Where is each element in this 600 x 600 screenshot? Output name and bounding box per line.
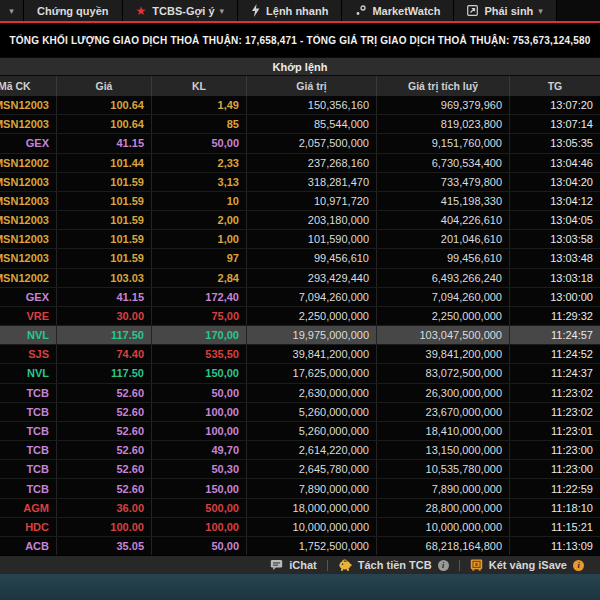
info-icon-orange[interactable]: i	[573, 560, 584, 571]
table-row[interactable]: TCB 52.60 50,30 2,645,780,000 10,535,780…	[0, 459, 600, 478]
cell-value: 2,630,000,000	[247, 384, 377, 402]
cell-value: 17,625,000,000	[247, 364, 377, 382]
cell-price: 101.59	[57, 173, 152, 191]
cell-time: 13:03:58	[510, 230, 600, 248]
tab-label: Chứng quyền	[37, 5, 109, 17]
cell-cumulative-value: 201,046,610	[377, 230, 510, 248]
table-row[interactable]: MSN12003 101.59 1,00 101,590,000 201,046…	[0, 229, 600, 248]
cell-price: 52.60	[57, 403, 152, 421]
chevron-down-icon: ▾	[9, 6, 14, 16]
tab-marketwatch[interactable]: MarketWatch	[342, 0, 454, 21]
ichat-button[interactable]: iChat	[260, 559, 327, 571]
cell-time: 11:24:57	[510, 326, 600, 344]
table-row[interactable]: TCB 52.60 100,00 5,260,000,000 23,670,00…	[0, 402, 600, 421]
cell-value: 318,281,470	[247, 173, 377, 191]
table-row[interactable]: GEX 41.15 172,40 7,094,260,000 7,094,260…	[0, 287, 600, 306]
table-row[interactable]: TCB 52.60 100,00 5,260,000,000 18,410,00…	[0, 421, 600, 440]
cell-price: 30.00	[57, 307, 152, 325]
cell-price: 41.15	[57, 134, 152, 152]
cell-symbol: TCB	[0, 403, 57, 421]
trading-app-window: ▾ Chứng quyền ★ TCBS-Gợi ý ▾ Lệnh nhanh …	[0, 0, 600, 600]
cell-time: 11:15:21	[510, 518, 600, 536]
table-row[interactable]: ACB 35.05 50,00 1,752,500,000 68,218,164…	[0, 536, 600, 555]
cell-symbol: SJS	[0, 345, 57, 363]
cell-volume: 50,00	[152, 134, 247, 152]
table-row[interactable]: GEX 41.15 50,00 2,057,500,000 9,151,760,…	[0, 133, 600, 152]
safe-icon	[470, 559, 483, 571]
cell-cumulative-value: 415,198,330	[377, 192, 510, 210]
tab-tcbs-goi-y[interactable]: ★ TCBS-Gợi ý ▾	[123, 0, 239, 21]
cell-volume: 75,00	[152, 307, 247, 325]
cell-time: 11:24:52	[510, 345, 600, 363]
table-row[interactable]: SJS 74.40 535,50 39,841,200,000 39,841,2…	[0, 344, 600, 363]
cell-value: 18,000,000,000	[247, 499, 377, 517]
table-row[interactable]: MSN12003 101.59 10 10,971,720 415,198,33…	[0, 191, 600, 210]
info-icon[interactable]: i	[438, 560, 449, 571]
cell-cumulative-value: 819,023,800	[377, 115, 510, 133]
cell-value: 2,645,780,000	[247, 460, 377, 478]
piggy-bank-icon	[338, 559, 352, 571]
cell-cumulative-value: 26,300,000,000	[377, 384, 510, 402]
table-row[interactable]: MSN12003 100.64 85 85,544,000 819,023,80…	[0, 114, 600, 133]
cell-volume: 2,00	[152, 211, 247, 229]
table-row[interactable]: MSN12003 101.59 3,13 318,281,470 733,479…	[0, 172, 600, 191]
cell-symbol: MSN12003	[0, 211, 57, 229]
cell-cumulative-value: 99,456,610	[377, 249, 510, 267]
cell-value: 39,841,200,000	[247, 345, 377, 363]
table-row[interactable]: MSN12002 101.44 2,33 237,268,160 6,730,5…	[0, 153, 600, 172]
cell-time: 11:23:02	[510, 403, 600, 421]
table-row[interactable]: MSN12002 103.03 2,84 293,429,440 6,493,2…	[0, 268, 600, 287]
cell-cumulative-value: 39,841,200,000	[377, 345, 510, 363]
cell-value: 5,260,000,000	[247, 422, 377, 440]
tab-lenh-nhanh[interactable]: Lệnh nhanh	[238, 0, 342, 21]
cell-price: 101.59	[57, 211, 152, 229]
bottom-strip	[0, 574, 600, 600]
cell-time: 13:03:48	[510, 249, 600, 267]
table-row[interactable]: TCB 52.60 150,00 7,890,000,000 7,890,000…	[0, 478, 600, 497]
tach-tien-tcb-button[interactable]: Tách tiền TCB i	[328, 559, 459, 571]
cell-symbol: MSN12003	[0, 115, 57, 133]
cell-value: 7,890,000,000	[247, 479, 377, 497]
cell-cumulative-value: 28,800,000,000	[377, 499, 510, 517]
cell-time: 11:22:59	[510, 479, 600, 497]
cell-value: 10,971,720	[247, 192, 377, 210]
cell-volume: 150,00	[152, 479, 247, 497]
cell-time: 11:24:37	[510, 364, 600, 382]
table-row[interactable]: VRE 30.00 75,00 2,250,000,000 2,250,000,…	[0, 306, 600, 325]
ket-vang-isave-button[interactable]: Két vàng iSave i	[460, 559, 594, 571]
cell-value: 7,094,260,000	[247, 288, 377, 306]
cell-volume: 50,00	[152, 537, 247, 555]
table-row[interactable]: AGM 36.00 500,00 18,000,000,000 28,800,0…	[0, 498, 600, 517]
tab-partial-dropdown[interactable]: ▾	[0, 0, 24, 21]
cell-cumulative-value: 6,730,534,400	[377, 154, 510, 172]
cell-price: 101.44	[57, 154, 152, 172]
table-row[interactable]: HDC 100.00 100,00 10,000,000,000 10,000,…	[0, 517, 600, 536]
cell-price: 101.59	[57, 249, 152, 267]
cell-volume: 100,00	[152, 422, 247, 440]
cell-cumulative-value: 83,072,500,000	[377, 364, 510, 382]
table-row[interactable]: MSN12003 101.59 2,00 203,180,000 404,226…	[0, 210, 600, 229]
tab-chung-quyen[interactable]: Chứng quyền	[24, 0, 123, 21]
table-row[interactable]: NVL 117.50 150,00 17,625,000,000 83,072,…	[0, 363, 600, 382]
cell-price: 101.59	[57, 230, 152, 248]
table-row[interactable]: MSN12003 100.64 1,49 150,356,160 969,379…	[0, 96, 600, 114]
cell-value: 19,975,000,000	[247, 326, 377, 344]
top-tab-bar: ▾ Chứng quyền ★ TCBS-Gợi ý ▾ Lệnh nhanh …	[0, 0, 600, 23]
table-row[interactable]: TCB 52.60 50,00 2,630,000,000 26,300,000…	[0, 383, 600, 402]
cell-cumulative-value: 23,670,000,000	[377, 403, 510, 421]
cell-value: 99,456,610	[247, 249, 377, 267]
table-row[interactable]: MSN12003 101.59 97 99,456,610 99,456,610…	[0, 248, 600, 267]
cell-symbol: HDC	[0, 518, 57, 536]
cell-symbol: TCB	[0, 460, 57, 478]
cell-time: 11:23:02	[510, 384, 600, 402]
cell-price: 35.05	[57, 537, 152, 555]
table-row[interactable]: NVL 117.50 170,00 19,975,000,000 103,047…	[0, 325, 600, 344]
table-row[interactable]: TCB 52.60 49,70 2,614,220,000 13,150,000…	[0, 440, 600, 459]
tab-phai-sinh[interactable]: Phái sinh ▾	[454, 0, 556, 21]
tab-label: MarketWatch	[372, 5, 440, 17]
cell-time: 11:18:10	[510, 499, 600, 517]
cell-cumulative-value: 10,535,780,000	[377, 460, 510, 478]
cell-symbol: MSN12003	[0, 192, 57, 210]
cell-symbol: TCB	[0, 479, 57, 497]
cell-price: 103.03	[57, 269, 152, 287]
